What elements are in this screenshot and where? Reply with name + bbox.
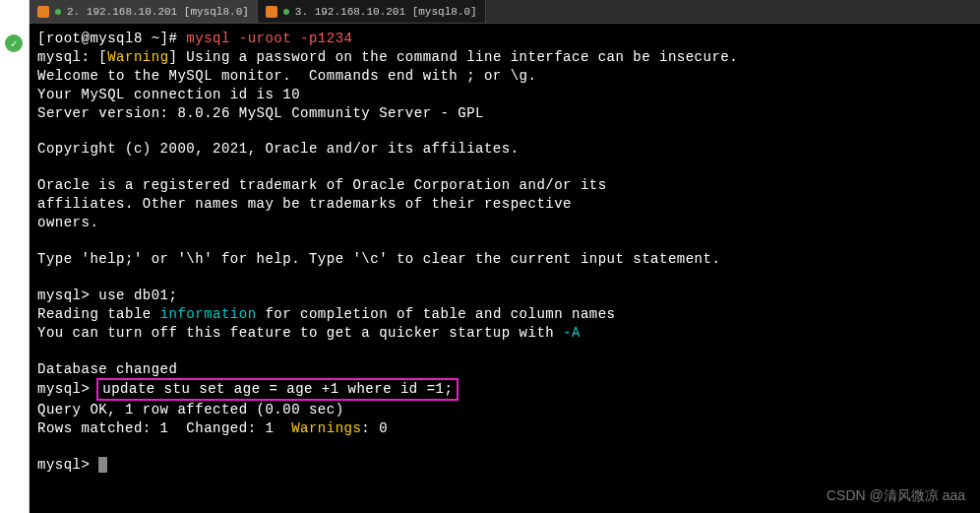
trademark-line: owners.: [37, 214, 972, 232]
version-line: Server version: 8.0.26 MySQL Community S…: [37, 104, 972, 123]
rows-matched-line: Rows matched: 1 Changed: 1 Warnings: 0: [37, 419, 972, 438]
connection-id-line: Your MySQL connection id is 10: [37, 86, 972, 104]
blank-line: [37, 269, 972, 287]
check-icon: ✓: [5, 34, 23, 52]
warning-line: mysql: [Warning] Using a password on the…: [37, 48, 972, 67]
blank-line: [37, 343, 972, 360]
tab-bar: 2. 192.168.10.201 [mysql8.0] 3. 192.168.…: [30, 0, 980, 24]
left-sidebar: ✓: [0, 0, 30, 513]
shell-prompt-line: [root@mysql8 ~]# mysql -uroot -p1234: [37, 30, 972, 48]
watermark: CSDN @清风微凉 aaa: [827, 487, 965, 505]
db-changed-line: Database changed: [37, 360, 972, 379]
status-dot-icon: [283, 9, 289, 15]
blank-line: [37, 122, 972, 140]
trademark-line: affiliates. Other names may be trademark…: [37, 195, 972, 214]
status-dot-icon: [55, 9, 61, 15]
blank-line: [37, 232, 972, 250]
mysql-use-line: mysql> use db01;: [37, 287, 972, 305]
copyright-line: Copyright (c) 2000, 2021, Oracle and/or …: [37, 140, 972, 159]
terminal-output[interactable]: [root@mysql8 ~]# mysql -uroot -p1234 mys…: [30, 24, 980, 513]
terminal-icon: [266, 6, 277, 18]
tab-label: 2. 192.168.10.201 [mysql8.0]: [67, 6, 249, 18]
help-line: Type 'help;' or '\h' for help. Type '\c'…: [37, 250, 972, 269]
query-ok-line: Query OK, 1 row affected (0.00 sec): [37, 401, 972, 419]
reading-table-line: Reading table information for completion…: [37, 305, 972, 324]
highlighted-sql: update stu set age = age +1 where id =1;: [96, 378, 459, 401]
trademark-line: Oracle is a registered trademark of Orac…: [37, 176, 972, 195]
tab-label: 3. 192.168.10.201 [mysql8.0]: [295, 6, 477, 18]
welcome-line: Welcome to the MySQL monitor. Commands e…: [37, 67, 972, 86]
tab-session-2[interactable]: 2. 192.168.10.201 [mysql8.0]: [30, 0, 258, 23]
mysql-prompt-line: mysql>: [37, 456, 972, 475]
terminal-icon: [37, 6, 49, 18]
tab-session-3[interactable]: 3. 192.168.10.201 [mysql8.0]: [258, 0, 486, 23]
blank-line: [37, 159, 972, 176]
turnoff-line: You can turn off this feature to get a q…: [37, 324, 972, 343]
blank-line: [37, 438, 972, 456]
cursor-icon: [98, 457, 107, 473]
mysql-update-line: mysql> update stu set age = age +1 where…: [37, 378, 972, 401]
